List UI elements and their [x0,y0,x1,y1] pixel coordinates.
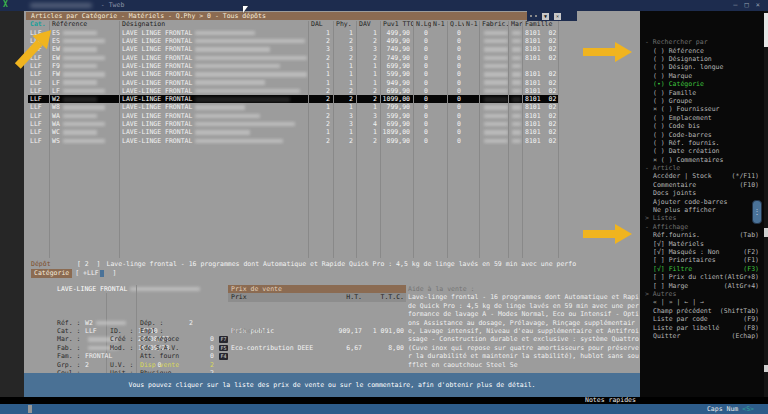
column-header-phy[interactable]: Phy. [334,21,357,29]
table-row[interactable]: LLF LF LAVE-LINGE FRONTAL 2 2 2 699,90 0… [28,87,559,95]
sidebar-item[interactable]: Accéder | Stock (*/F11) [645,172,759,180]
sidebar-item[interactable]: ( ) Code-barres [645,131,759,139]
sidebar-item[interactable]: - Article [645,164,759,172]
close-button[interactable]: × [756,1,760,10]
option-marker: [ ] [653,273,669,281]
cell-phy: 1 [334,62,357,70]
sidebar-item[interactable]: [ ] Marge (AltGr+4) [645,282,759,290]
blurred-text [195,105,245,110]
sidebar-item-label: Accéder | Stock [653,172,712,180]
sidebar-item[interactable]: - Affichage [645,223,759,231]
table-row[interactable]: LLF F9 LAVE-LINGE FRONTAL 1 1 1 699,90 0… [28,62,559,70]
table-row[interactable]: LLF WS LAVE-LINGE FRONTAL 2 2 2 899,90 0… [28,137,559,145]
column-header-reference[interactable]: Référence [50,21,120,29]
sidebar-item[interactable]: Liste par libellé (F8) [645,324,759,332]
sidebar-item[interactable]: Réf.fournis. (Tab) [645,231,759,239]
column-header-nlg[interactable]: N.Lg [414,21,431,29]
prix-row[interactable] [228,335,406,343]
table-row[interactable]: LLF FW LAVE LINGE FRONTAL 1 1 1 599,90 0… [28,70,559,78]
table-row[interactable]: LLF ES LAVE LINGE FRONTAL 2 2 2 499,90 0… [28,37,559,45]
blurred-text [512,130,521,135]
sidebar-item[interactable]: ¤ ( ) Commentaires [645,156,759,164]
sidebar-item[interactable]: [ ] Prix du client (AltGr+8) [645,273,759,281]
prix-row[interactable]: Eco-contribution DEEE 6,67 8,00 [228,344,406,352]
sidebar-item[interactable]: Ajouter code-barres [645,198,759,206]
sidebar-item[interactable]: Commentaire (F10) [645,181,759,189]
sidebar-item[interactable]: Docs joints [645,189,759,197]
sidebar-item[interactable]: - Rechercher par [645,38,759,46]
column-header-n1[interactable]: N-1 [431,21,448,29]
sidebar-item[interactable]: ( ) Référence [645,47,759,55]
sidebar-scrollbar-thumb[interactable] [764,13,768,47]
sidebar-item[interactable]: [√] Matériels [645,240,759,248]
fkey-button[interactable]: F7 [219,336,228,343]
taskbar-session-item[interactable] [64,405,68,413]
blurred-text [512,89,521,94]
sidebar-item[interactable]: [√] Masqués : Non (F2) [645,248,759,256]
sidebar-scrollbar-track[interactable] [764,11,768,397]
table-row[interactable]: LLF WA LAVE LINGE FRONTAL 2 3 4 699,90 0… [28,120,559,128]
sidebar-item[interactable]: Ne plus afficher [645,206,759,214]
sidebar-item[interactable]: > Listes [645,214,759,222]
close-list-button[interactable]: × [554,13,561,20]
depot-value[interactable]: [ 2 ] [77,260,100,268]
collapse-button[interactable]: ▼ [542,13,549,20]
fkey-button[interactable]: F5 [219,345,228,352]
sidebar-item[interactable]: ( ) Code bis [645,122,759,130]
sidebar-item[interactable]: ( ) Réf. fournis. [645,139,759,147]
column-header-n1b[interactable]: N-1 [464,21,480,29]
categorie-input[interactable]: +LLF [83,269,99,277]
column-header-marque[interactable]: Mar [509,21,523,29]
sidebar-item[interactable]: [ ] Prioritaires (F1) [645,256,759,264]
column-header-famille[interactable]: Famille [523,21,559,29]
column-header-qlv[interactable]: Q.Lv [448,21,464,29]
sidebar-item[interactable]: (•) Catégorie [645,80,759,88]
aide-vente-text[interactable]: Lave-linge frontal - 16 programmes dont … [408,293,640,371]
column-header-fabric[interactable]: Fabric. [480,21,509,29]
sidebar-item[interactable]: ( ) Marque [645,72,759,80]
sidebar-item[interactable]: Champ précédent (ShiftTab) [645,307,759,315]
column-header-designation[interactable]: Désignation [120,21,309,29]
sidebar-item[interactable]: ( ) Désign. longue [645,63,759,71]
sidebar-item[interactable]: Quitter (Echap) [645,332,759,340]
sidebar-item[interactable]: ( ) Groupe [645,97,759,105]
table-row[interactable]: LLF EW LAVE LINGE FRONTAL 3 3 3 749,90 0… [28,45,559,53]
sidebar-item[interactable]: > Autres [645,290,759,298]
cell-qlv: 0 [448,79,464,87]
maximize-button[interactable]: □ [745,1,749,10]
blurred-text [195,39,305,44]
sidebar-item-label: Code bis [669,122,700,130]
sidebar-item[interactable]: « | » | ← | → [645,298,759,306]
keyboard-status: Caps Num <S> [707,405,754,413]
browse-title-bar[interactable]: Articles par Catégorie - Matériels - Q.P… [26,12,577,20]
sidebar-item[interactable]: ( ) Date création [645,147,759,155]
taskbar-session-item[interactable] [52,405,56,413]
scrollbar-grip-handle[interactable]: ⋮ [752,200,762,224]
sidebar-item[interactable]: ( ) Emplacement [645,114,759,122]
table-row[interactable]: LLF WA LAVE LINGE FRONTAL 2 3 3 599,90 0… [28,112,559,120]
fkey-button[interactable]: F4 [219,353,228,360]
table-row[interactable]: LLF LF LAVE-LINGE FRONTAL 1 1 1 949,90 0… [28,79,559,87]
counter-value: 0 [186,352,214,360]
table-row[interactable]: LLF ES LAVE LINGE FRONTAL 1 1 1 499,90 0… [28,29,559,37]
cell-category: LLF [28,70,50,78]
sidebar-item[interactable]: ( ) Désignation [645,55,759,63]
column-header-dal[interactable]: DAL [309,21,334,29]
table-row[interactable]: LLF W2 LAVE-LINGE FRONTAL 2 2 2 1099,00 … [28,95,559,103]
minimize-button[interactable]: — [733,1,737,10]
column-header-puv1ttc[interactable]: Puv1 TTC [381,21,414,29]
notes-rapides-label[interactable]: Notes rapides [585,397,636,404]
cell-dav: 3 [357,45,381,53]
sidebar-item[interactable]: [√] Filtre (F3) [645,265,759,273]
table-row[interactable]: LLF EW LAVE LINGE FRONTAL 2 2 2 749,90 0… [28,54,559,62]
table-row[interactable]: LLF WC LAVE-LINGE FRONTAL 1 1 1 1899,00 … [28,128,559,136]
sidebar-item[interactable]: Liste par code (F9) [645,315,759,323]
table-row[interactable]: LLF W8 LAVE-LINGE FRONTAL 1 1 1 799,90 0… [28,103,559,111]
sidebar-item[interactable]: ¤ ( ) Fournisseur [645,105,759,113]
taskbar-session-item[interactable] [28,405,32,413]
cell-fabric [480,103,509,111]
taskbar-session-item[interactable] [40,405,44,413]
sidebar-item[interactable]: ( ) Famille [645,89,759,97]
column-header-dav[interactable]: DAV [357,21,381,29]
prix-de-vente-header[interactable]: Prix de vente [228,285,406,293]
